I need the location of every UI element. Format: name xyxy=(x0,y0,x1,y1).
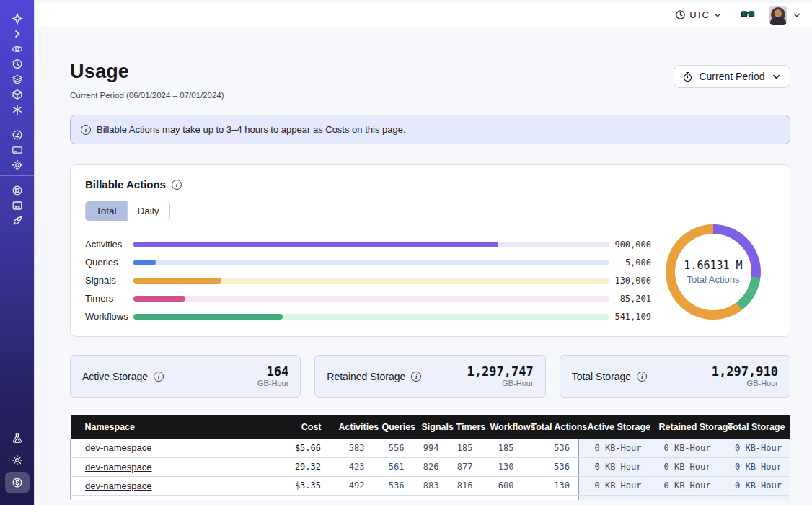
info-icon[interactable]: i xyxy=(154,372,164,382)
bar-track xyxy=(133,314,609,320)
retained-storage-cell: 0 KB-Hour xyxy=(650,457,720,476)
main-content: Usage Current Period (06/01/2024 – 07/01… xyxy=(35,27,812,505)
storage-card-unit: GB-Hour xyxy=(257,379,288,388)
total-storage-cell: 0 KB-Hour xyxy=(720,476,791,495)
billable-actions-card: Billable Actions i Total Daily Activitie… xyxy=(70,164,790,337)
signals-cell: 826 xyxy=(413,457,448,476)
asterisk-icon[interactable] xyxy=(6,102,28,117)
bar-fill xyxy=(133,260,156,265)
namespace-link[interactable]: dev-namespace xyxy=(85,442,152,453)
queries-cell: 536 xyxy=(374,476,413,495)
collapse-chevron-icon[interactable] xyxy=(6,26,28,41)
bar-label: Queries xyxy=(85,257,133,268)
layers-icon[interactable] xyxy=(6,71,28,87)
col-workflows: Workflows xyxy=(482,415,523,439)
chart-row-queries: Queries 5,000 xyxy=(85,253,655,271)
cube-icon[interactable] xyxy=(6,87,28,102)
activities-cell: 583 xyxy=(330,439,374,457)
bar-label: Signals xyxy=(85,275,133,286)
tab-total[interactable]: Total xyxy=(86,201,127,221)
workflows-cell: 600 xyxy=(482,476,523,495)
cost-cell: $3.35 xyxy=(265,476,330,495)
tab-daily[interactable]: Daily xyxy=(127,201,169,221)
bar-value: 85,201 xyxy=(609,294,653,304)
activities-cell: 492 xyxy=(330,476,374,495)
clock-icon xyxy=(675,9,686,20)
col-queries: Queries xyxy=(374,415,413,439)
timers-cell: 877 xyxy=(448,457,482,476)
queries-cell: 561 xyxy=(374,457,413,476)
support-lifebuoy-icon[interactable] xyxy=(6,183,28,198)
temporal-logo-icon[interactable] xyxy=(6,11,28,26)
avatar[interactable] xyxy=(769,6,787,25)
current-period-button[interactable]: Current Period xyxy=(674,65,790,88)
info-icon[interactable]: i xyxy=(172,180,182,190)
sidebar-divider xyxy=(0,175,35,176)
active-storage-cell: 0 KB-Hour xyxy=(579,457,650,476)
info-icon[interactable]: i xyxy=(637,372,647,382)
rocket-icon[interactable] xyxy=(6,213,28,228)
table-row: dev-namespace $3.35 492 536 883 816 600 … xyxy=(71,476,791,495)
table-row-partial xyxy=(71,495,791,500)
lab-flask-icon[interactable] xyxy=(6,430,28,445)
page-subtitle: Current Period (06/01/2024 – 07/01/2024) xyxy=(70,91,224,100)
bar-fill xyxy=(133,278,221,284)
sidebar-bottom xyxy=(5,430,30,505)
settings-gear-icon[interactable] xyxy=(6,157,28,172)
topbar: UTC xyxy=(35,3,812,27)
signals-cell: 883 xyxy=(413,476,448,495)
timezone-selector[interactable]: UTC xyxy=(671,6,727,23)
sidebar-divider xyxy=(0,120,35,120)
total-actions-cell: 536 xyxy=(523,457,579,476)
col-signals: Signals xyxy=(413,415,448,439)
bar-label: Activities xyxy=(85,239,133,250)
stopwatch-icon xyxy=(682,71,693,82)
storage-card-label: Total Storage i xyxy=(572,371,648,382)
col-total-actions: Total Actions xyxy=(523,415,579,439)
storage-card-value: 164 xyxy=(257,364,288,379)
storage-card-unit: GB-Hour xyxy=(467,379,534,388)
history-clock-icon[interactable] xyxy=(6,56,28,71)
timers-cell: 185 xyxy=(448,439,482,457)
bar-label: Timers xyxy=(85,293,133,304)
namespace-link[interactable]: dev-namespace xyxy=(85,462,152,473)
bar-label: Workflows xyxy=(85,311,133,322)
col-retained-storage: Retained Storage xyxy=(650,415,720,439)
storage-card-label: Active Storage i xyxy=(82,371,164,382)
table-header: Namespace Cost Activities Queries Signal… xyxy=(71,415,791,439)
bar-track xyxy=(133,296,609,302)
account-chevron-down-icon[interactable] xyxy=(792,10,802,20)
retained-storage-card: Retained Storage i 1,297,747 GB-Hour xyxy=(314,355,545,398)
glasses-icon[interactable] xyxy=(738,7,757,23)
total-storage-cell: 0 KB-Hour xyxy=(720,439,791,457)
sidebar xyxy=(0,0,35,505)
active-storage-cell: 0 KB-Hour xyxy=(579,476,650,495)
total-storage-cell: 0 KB-Hour xyxy=(720,457,791,476)
bar-fill xyxy=(133,314,283,320)
billing-card-icon[interactable] xyxy=(6,142,28,157)
theme-sun-icon[interactable] xyxy=(6,452,28,467)
bar-value: 130,000 xyxy=(609,276,653,286)
cost-cell: $5.66 xyxy=(265,439,330,457)
timers-cell: 816 xyxy=(448,476,482,495)
chevron-down-icon xyxy=(712,10,723,20)
usage-dollar-icon[interactable] xyxy=(5,472,30,493)
chart-row-activities: Activities 900,000 xyxy=(85,235,655,253)
page-title: Usage xyxy=(70,61,129,83)
chart-row-signals: Signals 130,000 xyxy=(85,271,655,289)
storage-card-unit: GB-Hour xyxy=(712,379,778,388)
chart-row-timers: Timers 85,201 xyxy=(85,289,655,307)
bar-fill xyxy=(133,242,498,247)
docs-terminal-icon[interactable] xyxy=(6,198,28,213)
table-row: dev-namespace 29.32 423 561 826 877 130 … xyxy=(71,457,791,476)
storage-card-value: 1,297,747 xyxy=(467,364,534,379)
gauge-icon[interactable] xyxy=(6,127,28,142)
col-activities: Activities xyxy=(330,415,374,439)
active-storage-card: Active Storage i 164 GB-Hour xyxy=(70,355,301,398)
billable-actions-bar-chart: Activities 900,000 Queries 5,000 Signals… xyxy=(85,235,655,325)
namespaces-icon[interactable] xyxy=(6,41,28,56)
bar-track xyxy=(133,260,609,265)
bar-value: 5,000 xyxy=(609,258,653,268)
namespace-link[interactable]: dev-namespace xyxy=(85,480,152,491)
info-icon[interactable]: i xyxy=(411,372,421,382)
